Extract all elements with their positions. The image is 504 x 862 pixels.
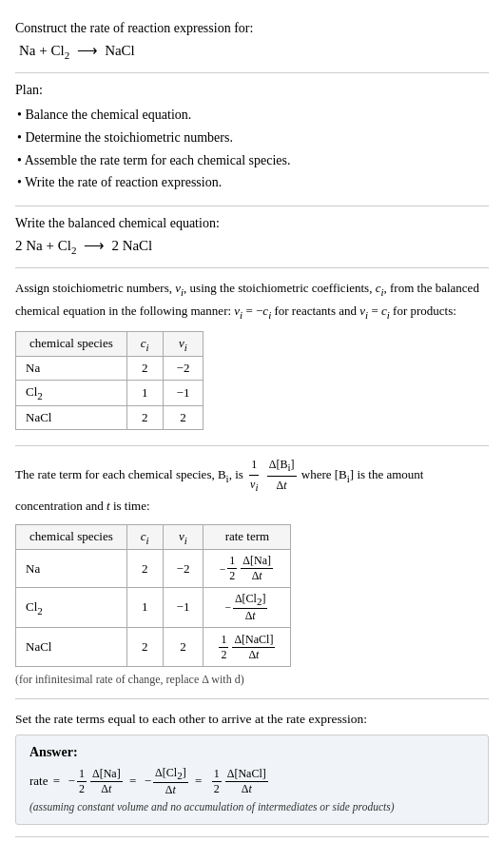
rate-expression: rate = −12 Δ[Na]Δt = −Δ[Cl2]Δt = 12 Δ[Na… (29, 766, 475, 796)
rate-nu-NaCl: 2 (163, 627, 204, 666)
plan-section: Plan: • Balance the chemical equation. •… (15, 73, 489, 206)
plan-step-1: • Balance the chemical equation. (17, 104, 489, 127)
rate-c-NaCl: 2 (126, 627, 163, 666)
rate-term-NaCl: 12 Δ[NaCl]Δt (204, 627, 291, 666)
plan-step-3: • Assemble the rate term for each chemic… (17, 149, 489, 172)
table-row: NaCl 2 2 12 Δ[NaCl]Δt (16, 627, 291, 666)
plan-step-4: • Write the rate of reaction expression. (17, 171, 489, 194)
answer-box: Answer: rate = −12 Δ[Na]Δt = −Δ[Cl2]Δt =… (15, 735, 489, 824)
table-row: Cl2 1 −1 −Δ[Cl2]Δt (16, 588, 291, 627)
rate-term-intro: The rate term for each chemical species,… (15, 456, 489, 517)
table-row: Na 2 −2 (16, 357, 204, 381)
rate-term-fraction: 1 νi (248, 456, 260, 496)
rate-eq1: = (49, 774, 66, 789)
rate-eq3: = (192, 774, 208, 789)
rate-c-Na: 2 (126, 550, 163, 588)
rate-nacl-term: 12 Δ[NaCl]Δt (210, 767, 270, 796)
stoich-col-species: chemical species (16, 331, 127, 357)
table-row: Na 2 −2 −12 Δ[Na]Δt (16, 550, 291, 588)
balanced-label: Write the balanced chemical equation: (15, 216, 489, 231)
answer-section: Set the rate terms equal to each other t… (15, 699, 489, 837)
rate-col-term: rate term (204, 524, 291, 550)
stoich-species-NaCl: NaCl (16, 405, 127, 429)
stoich-table: chemical species ci νi Na 2 −2 Cl2 1 −1 … (15, 331, 204, 430)
stoich-c-NaCl: 2 (126, 405, 163, 429)
rate-term-footnote: (for infinitesimal rate of change, repla… (15, 673, 489, 687)
rate-term-section: The rate term for each chemical species,… (15, 446, 489, 699)
stoich-intro: Assign stoichiometric numbers, νi, using… (15, 278, 489, 323)
rate-term-Cl2: −Δ[Cl2]Δt (204, 588, 291, 627)
assuming-note: (assuming constant volume and no accumul… (29, 801, 475, 813)
stoich-col-c: ci (126, 331, 163, 357)
plan-step-2: • Determine the stoichiometric numbers. (17, 127, 489, 149)
stoich-section: Assign stoichiometric numbers, νi, using… (15, 268, 489, 446)
rate-c-Cl2: 1 (126, 588, 163, 627)
rate-nu-Cl2: −1 (163, 588, 204, 627)
rate-term-Na: −12 Δ[Na]Δt (204, 550, 291, 588)
stoich-species-Na: Na (16, 357, 127, 381)
stoich-nu-Na: −2 (163, 357, 204, 381)
rate-term-table: chemical species ci νi rate term Na 2 −2… (15, 524, 291, 667)
rate-na-term: −12 Δ[Na]Δt (68, 767, 125, 796)
rate-species-Cl2: Cl2 (16, 588, 127, 627)
balanced-section: Write the balanced chemical equation: 2 … (15, 206, 489, 268)
balanced-equation: 2 Na + Cl2 ⟶ 2 NaCl (15, 237, 489, 256)
plan-label: Plan: (15, 83, 489, 98)
rate-col-nu: νi (163, 524, 204, 550)
rate-eq2: = (126, 774, 143, 789)
rate-delta-fraction: Δ[Bi] Δt (267, 456, 297, 496)
rate-cl2-term: −Δ[Cl2]Δt (145, 766, 190, 796)
table-row: Cl2 1 −1 (16, 381, 204, 406)
answer-label: Answer: (29, 745, 475, 760)
stoich-species-Cl2: Cl2 (16, 381, 127, 406)
stoich-nu-NaCl: 2 (163, 405, 204, 429)
stoich-col-nu: νi (163, 331, 204, 357)
rate-col-c: ci (126, 524, 163, 550)
rate-species-NaCl: NaCl (16, 627, 127, 666)
stoich-c-Cl2: 1 (126, 381, 163, 406)
set-rate-note: Set the rate terms equal to each other t… (15, 709, 489, 730)
construct-label: Construct the rate of reaction expressio… (15, 21, 489, 36)
table-row: NaCl 2 2 (16, 405, 204, 429)
rate-species-Na: Na (16, 550, 127, 588)
plan-steps: • Balance the chemical equation. • Deter… (17, 104, 489, 194)
construct-section: Construct the rate of reaction expressio… (15, 11, 489, 73)
rate-nu-Na: −2 (163, 550, 204, 588)
rate-word: rate (29, 774, 48, 789)
rate-col-species: chemical species (16, 524, 127, 550)
stoich-nu-Cl2: −1 (163, 381, 204, 406)
stoich-c-Na: 2 (126, 357, 163, 381)
reaction-text: Na + Cl2 ⟶ NaCl (19, 42, 489, 61)
